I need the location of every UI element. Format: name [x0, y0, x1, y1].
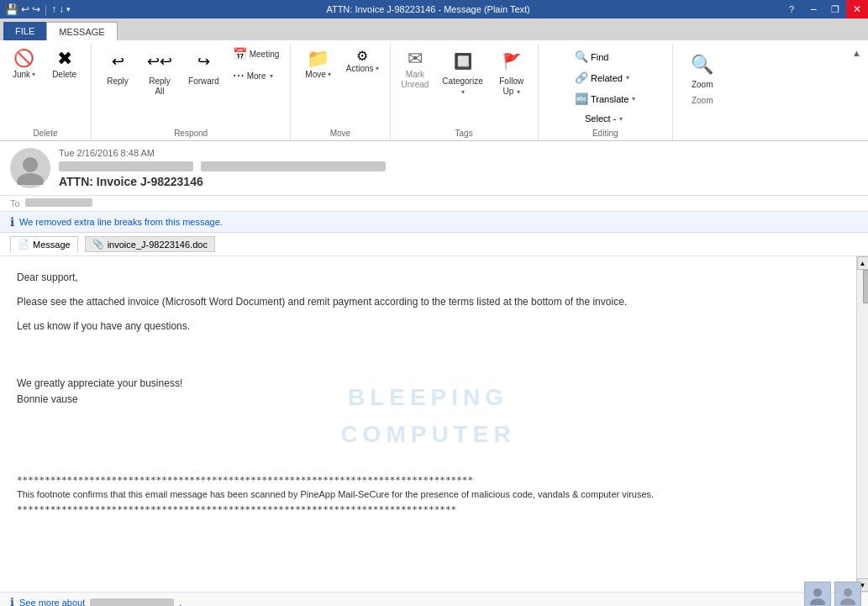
undo-icon[interactable]: ↩ — [21, 3, 29, 15]
email-meta: Tue 2/16/2016 8:48 AM ATTN: Invoice J-98… — [59, 148, 858, 188]
email-subject: ATTN: Invoice J-98223146 — [59, 175, 858, 188]
ribbon: 🚫 Junk ▾ ✖ Delete Delete ↩ Reply ↩↩ Repl… — [0, 40, 868, 141]
separator: | — [45, 3, 47, 15]
ribbon-group-tags-content: ✉ MarkUnread 🔲 Categorize▾ 🚩 FollowUp ▾ — [397, 44, 531, 127]
translate-arrow: ▾ — [632, 95, 635, 103]
body-closing2: Bonnie vause — [17, 392, 839, 408]
junk-button[interactable]: 🚫 Junk ▾ — [7, 44, 41, 83]
body-line2: Let us know if you have any questions. — [17, 319, 839, 335]
mark-unread-button[interactable]: ✉ MarkUnread — [397, 44, 434, 94]
select-button[interactable]: Select - ▾ — [571, 111, 627, 126]
editing-row-select: Select - ▾ — [571, 110, 627, 127]
scroll-container: BLEEPING COMPUTER Dear support, Please s… — [0, 256, 868, 592]
reply-button[interactable]: ↩ Reply — [98, 44, 137, 91]
junk-arrow: ▾ — [32, 71, 35, 78]
save-icon[interactable]: 💾 — [5, 3, 18, 16]
footer-avatar-2[interactable] — [834, 582, 861, 606]
message-tab[interactable]: 📄 Message — [10, 236, 78, 253]
related-button[interactable]: 🔗 Related ▾ — [571, 69, 634, 87]
scrollbar-thumb[interactable] — [863, 270, 869, 303]
info-message: We removed extra line breaks from this m… — [19, 217, 223, 227]
window-controls: ? − ❐ ✕ — [781, 0, 868, 18]
info-icon: ℹ — [10, 215, 14, 229]
attachment-icon: 📎 — [92, 239, 104, 250]
find-button[interactable]: 🔍 Find — [571, 48, 613, 66]
select-arrow: ▾ — [619, 115, 623, 123]
delete-button[interactable]: ✖ Delete — [45, 44, 84, 83]
footer-period: . — [179, 598, 181, 607]
svg-point-5 — [840, 598, 855, 605]
respond-small-btns: 📅 Meeting ⋯ More ▾ — [229, 44, 284, 86]
actions-arrow: ▾ — [376, 65, 379, 72]
nav-down-icon[interactable]: ↓ — [59, 3, 64, 15]
email-to-row: To — [0, 196, 868, 212]
editing-row-find: 🔍 Find — [571, 47, 613, 66]
more-icon: ⋯ — [233, 69, 245, 82]
follow-up-button[interactable]: 🚩 FollowUp ▾ — [492, 44, 531, 101]
qat-more-icon[interactable]: ▾ — [66, 5, 71, 13]
message-tab-icon: 📄 — [18, 239, 29, 250]
tab-bar: FILE MESSAGE — [0, 18, 868, 40]
email-footer: ℹ See more about . — [0, 592, 868, 606]
related-arrow: ▾ — [626, 74, 629, 82]
to-label: To — [10, 198, 20, 208]
body-separator2: ****************************************… — [17, 503, 839, 518]
help-button[interactable]: ? — [781, 0, 802, 18]
tab-file[interactable]: FILE — [3, 22, 46, 40]
email-date: Tue 2/16/2016 8:48 AM — [59, 148, 858, 158]
footer-prefix: See more about — [19, 598, 85, 607]
ribbon-group-editing-content: 🔍 Find 🔗 Related ▾ 🔤 Translate ▾ — [571, 44, 639, 127]
restore-button[interactable]: ❐ — [824, 0, 846, 18]
footer-avatar-1[interactable] — [804, 582, 831, 606]
email-header: Tue 2/16/2016 8:48 AM ATTN: Invoice J-98… — [0, 141, 868, 196]
nav-up-icon[interactable]: ↑ — [51, 3, 56, 15]
more-arrow: ▾ — [270, 72, 273, 80]
ribbon-group-delete: 🚫 Junk ▾ ✖ Delete Delete — [0, 44, 92, 140]
redo-icon[interactable]: ↪ — [32, 3, 40, 15]
find-icon: 🔍 — [575, 50, 588, 63]
meeting-button[interactable]: 📅 Meeting — [229, 44, 284, 64]
footer-contact-blurred — [90, 598, 174, 607]
svg-point-3 — [810, 598, 825, 605]
ribbon-group-editing: 🔍 Find 🔗 Related ▾ 🔤 Translate ▾ — [539, 44, 673, 140]
translate-button[interactable]: 🔤 Translate ▾ — [571, 90, 639, 108]
zoom-button[interactable]: 🔍 Zoom — [683, 47, 722, 94]
reply-all-button[interactable]: ↩↩ ReplyAll — [140, 44, 179, 101]
ribbon-group-move-content: 📁 Move ▾ ⚙ Actions ▾ — [297, 44, 382, 127]
ribbon-group-respond-content: ↩ Reply ↩↩ ReplyAll ↪ Forward 📅 Meeting … — [98, 44, 283, 127]
attachment-tab-label: invoice_J-98223146.doc — [108, 240, 208, 250]
move-button[interactable]: 📁 Move ▾ — [297, 44, 338, 83]
actions-button[interactable]: ⚙ Actions ▾ — [342, 44, 383, 77]
translate-icon: 🔤 — [575, 92, 588, 105]
ribbon-collapse-button[interactable]: ▲ — [845, 44, 868, 62]
move-arrow: ▾ — [328, 71, 331, 78]
forward-button[interactable]: ↪ Forward — [182, 44, 225, 91]
recipient-blurred — [25, 198, 92, 207]
message-tab-label: Message — [33, 240, 71, 250]
close-button[interactable]: ✕ — [846, 0, 868, 18]
avatar — [10, 148, 50, 188]
svg-point-0 — [23, 157, 38, 172]
minimize-button[interactable]: − — [802, 0, 824, 18]
body-closing1: We greatly appreciate your business! — [17, 376, 839, 392]
title-bar: 💾 ↩ ↪ | ↑ ↓ ▾ ATTN: Invoice J-98223146 -… — [0, 0, 868, 18]
attachment-bar: 📄 Message 📎 invoice_J-98223146.doc — [0, 233, 868, 256]
related-icon: 🔗 — [575, 71, 588, 84]
body-separator1: ****************************************… — [17, 473, 839, 488]
attachment-tab[interactable]: 📎 invoice_J-98223146.doc — [85, 236, 215, 252]
ribbon-group-zoom: 🔍 Zoom Zoom — [673, 44, 732, 140]
more-button[interactable]: ⋯ More ▾ — [229, 66, 284, 86]
window-title: ATTN: Invoice J-98223146 - Message (Plai… — [76, 4, 781, 14]
categorize-button[interactable]: 🔲 Categorize▾ — [436, 44, 488, 101]
scrollbar-up-button[interactable]: ▲ — [857, 256, 869, 270]
info-bar: ℹ We removed extra line breaks from this… — [0, 212, 868, 233]
body-greeting: Dear support, — [17, 270, 839, 286]
sender-name-blurred — [59, 161, 193, 171]
main-content: Tue 2/16/2016 8:48 AM ATTN: Invoice J-98… — [0, 141, 868, 606]
tab-message[interactable]: MESSAGE — [46, 22, 117, 40]
scrollbar-track: ▲ ▼ — [856, 256, 868, 592]
body-footnote: This footnote confirms that this email m… — [17, 487, 839, 503]
ribbon-group-respond: ↩ Reply ↩↩ ReplyAll ↪ Forward 📅 Meeting … — [92, 44, 291, 140]
svg-point-1 — [17, 173, 44, 185]
body-line1: Please see the attached invoice (Microso… — [17, 294, 839, 310]
